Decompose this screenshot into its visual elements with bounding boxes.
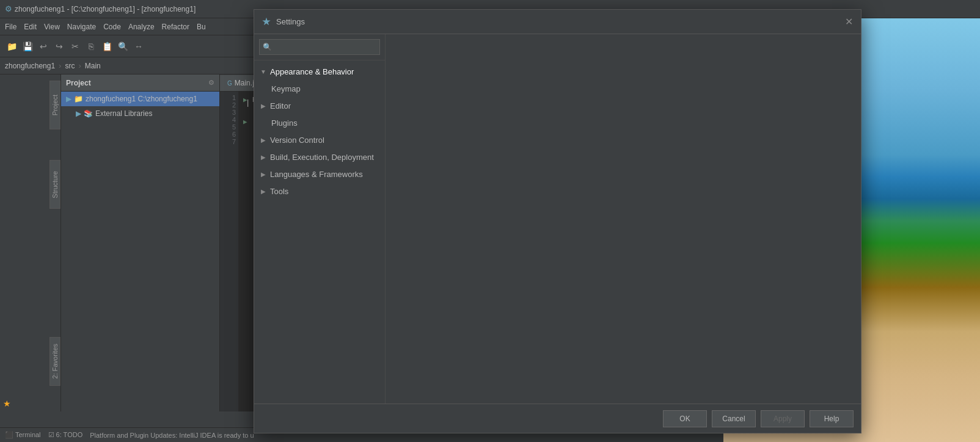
line-3: 3 (220, 109, 236, 116)
dialog-title-icon (261, 17, 271, 27)
tree-item-build[interactable]: Build, Execution, Deployment (254, 148, 385, 165)
settings-dialog: Settings ✕ 🔍 Appearance & Behavior (254, 9, 861, 433)
dialog-body: 🔍 Appearance & Behavior Keymap Ed (254, 34, 861, 404)
ide-title: zhongfucheng1 - [C:\zhongfucheng1] - [zh… (15, 5, 196, 13)
tree-item-plugins[interactable]: Plugins (254, 114, 385, 131)
line-numbers: 1 2 3 4 5 6 7 (220, 92, 238, 411)
favorites-star: ★ (3, 399, 11, 408)
tree-label-languages: Languages & Frameworks (270, 170, 363, 179)
expand-arrow-tools (259, 187, 268, 195)
menu-navigate[interactable]: Navigate (67, 23, 96, 31)
line-6: 6 (220, 131, 236, 138)
menu-analyze[interactable]: Analyze (128, 23, 155, 31)
expand-arrow-editor (259, 101, 268, 110)
expand-arrow-build (259, 153, 268, 161)
close-button[interactable]: ✕ (844, 17, 854, 27)
search-container: 🔍 (254, 34, 385, 60)
toolbar-find[interactable]: 🔍 (116, 40, 130, 53)
expand-arrow-appearance (259, 67, 268, 76)
tree-item-keymap[interactable]: Keymap (254, 80, 385, 97)
dialog-footer: OK Cancel Apply Help (254, 404, 861, 433)
menu-file[interactable]: File (5, 23, 16, 31)
line-4: 4 (220, 116, 236, 123)
tree-item-appearance[interactable]: Appearance & Behavior (254, 63, 385, 80)
breadcrumb-project[interactable]: zhongfucheng1 (5, 62, 55, 70)
toolbar-paste[interactable]: 📋 (100, 40, 114, 53)
settings-icon (262, 18, 271, 26)
dialog-title-text: Settings (276, 17, 844, 26)
tree-label-vcs: Version Control (270, 136, 324, 145)
toolbar-replace[interactable]: ↔ (132, 40, 145, 53)
settings-content (386, 34, 861, 404)
cursor: | (247, 98, 252, 106)
toolbar-undo[interactable]: ↩ (37, 40, 50, 53)
intellij-icon: ⚙ (5, 4, 12, 13)
ok-button[interactable]: OK (663, 410, 707, 427)
tree-label-editor: Editor (270, 101, 291, 111)
ide-side-tabs: Project Structure 2: Favorites ★ (0, 74, 61, 411)
tree-label-keymap: Keymap (271, 84, 301, 93)
project-label: Project (66, 79, 91, 87)
breadcrumb-main[interactable]: Main (85, 62, 101, 70)
tree-label-plugins: Plugins (271, 118, 298, 128)
tree-label-build: Build, Execution, Deployment (270, 153, 374, 162)
tree-label-appearance: Appearance & Behavior (270, 67, 354, 76)
project-header: Project ⚙ (61, 74, 219, 92)
line-7: 7 (220, 138, 236, 145)
help-button[interactable]: Help (810, 410, 854, 427)
expand-arrow-vcs (259, 136, 268, 144)
side-tab-structure[interactable]: Structure (49, 160, 60, 209)
status-message: Platform and Plugin Updates: IntelliJ ID… (90, 432, 254, 439)
toolbar-save[interactable]: 💾 (21, 40, 34, 53)
project-item-libraries[interactable]: ▶ 📚 External Libraries (61, 106, 219, 121)
toolbar-redo[interactable]: ↪ (53, 40, 66, 53)
menu-refactor[interactable]: Refactor (162, 23, 189, 31)
search-icon: 🔍 (263, 43, 272, 51)
settings-search-input[interactable] (259, 39, 380, 55)
tree-item-languages[interactable]: Languages & Frameworks (254, 165, 385, 183)
project-libraries-label: External Libraries (95, 109, 152, 118)
menu-bu[interactable]: Bu (197, 23, 206, 31)
menu-edit[interactable]: Edit (24, 23, 37, 31)
terminal-tab[interactable]: ⬛Terminal (5, 431, 41, 439)
expand-arrow-languages (259, 170, 268, 178)
dialog-titlebar: Settings ✕ (254, 10, 861, 34)
toolbar-cut[interactable]: ✂ (68, 40, 82, 53)
line-2: 2 (220, 101, 236, 109)
tree-label-tools: Tools (270, 187, 288, 196)
ide-project-panel: Project ⚙ ▶ 📁 zhongfucheng1 C:\zhongfuch… (61, 74, 220, 411)
project-item-root[interactable]: ▶ 📁 zhongfucheng1 C:\zhongfucheng1 (61, 92, 219, 106)
apply-button[interactable]: Apply (761, 410, 805, 427)
cancel-button[interactable]: Cancel (712, 410, 756, 427)
tree-item-tools[interactable]: Tools (254, 183, 385, 200)
breadcrumb-src[interactable]: src (65, 62, 75, 70)
line-1: 1 (220, 94, 236, 101)
toolbar-copy[interactable]: ⎘ (84, 40, 98, 53)
menu-view[interactable]: View (44, 23, 60, 31)
settings-tree-items: Appearance & Behavior Keymap Editor Plug… (254, 60, 385, 404)
tree-item-editor[interactable]: Editor (254, 97, 385, 114)
todo-tab[interactable]: ☑6: TODO (48, 431, 83, 439)
side-tab-favorites[interactable]: 2: Favorites (49, 337, 60, 386)
tree-item-vcs[interactable]: Version Control (254, 131, 385, 148)
line-5: 5 (220, 123, 236, 131)
project-gear[interactable]: ⚙ (208, 79, 214, 87)
project-root-label: zhongfucheng1 C:\zhongfucheng1 (86, 95, 197, 103)
toolbar-open[interactable]: 📁 (5, 40, 18, 53)
side-tab-project[interactable]: Project (49, 81, 60, 129)
menu-code[interactable]: Code (103, 23, 121, 31)
settings-tree: 🔍 Appearance & Behavior Keymap Ed (254, 34, 386, 404)
